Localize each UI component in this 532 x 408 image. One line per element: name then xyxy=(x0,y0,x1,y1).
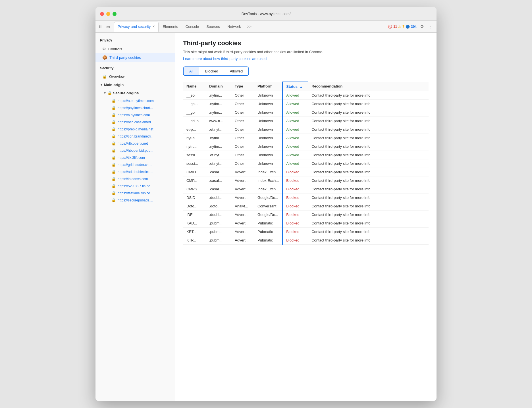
table-row[interactable]: KAD... .pubm... Advert... Pubmatic Block… xyxy=(183,219,429,227)
table-header-row: Name Domain Type Platform Status ▲ Recom… xyxy=(183,82,429,91)
filter-blocked-button[interactable]: Blocked xyxy=(199,67,224,75)
cell-type: Other xyxy=(231,134,254,142)
table-row[interactable]: CMID .casal... Advert... Index Exch... B… xyxy=(183,168,429,176)
tab-close-icon[interactable]: ✕ xyxy=(152,25,155,28)
learn-more-link[interactable]: Learn more about how third-party cookies… xyxy=(183,57,267,61)
sidebar-origin-item[interactable]: 🔒https://ib.adnxs.com xyxy=(95,175,175,182)
origin-link[interactable]: https://prebid.media.net xyxy=(118,127,153,131)
cell-status: Blocked xyxy=(282,227,308,236)
col-header-domain[interactable]: Domain xyxy=(206,82,231,91)
cell-recommendation: Contact third-party site for more info xyxy=(308,159,429,168)
table-row[interactable]: __eoi .nytim... Other Unknown Allowed Co… xyxy=(183,91,429,99)
cell-name: et-p... xyxy=(183,125,206,134)
origin-link[interactable]: https://hbopenbid.pub... xyxy=(118,149,153,153)
cell-recommendation: Contact third-party site for more info xyxy=(308,134,429,142)
secure-origins-header[interactable]: ▼ 🔒 Secure origins xyxy=(95,89,175,97)
sidebar-origin-item[interactable]: 🔒https://grid-bidder.crit... xyxy=(95,161,175,168)
devtools-icons: ⠿ ▭ xyxy=(98,23,111,30)
table-row[interactable]: IDE .doubl... Advert... Google/Do... Blo… xyxy=(183,210,429,219)
tab-console[interactable]: Console xyxy=(182,22,203,32)
sidebar-origin-item[interactable]: 🔒https://prebid.media.net xyxy=(95,126,175,133)
sidebar-origin-item[interactable]: 🔒https://htlb.casalemed... xyxy=(95,118,175,126)
table-row[interactable]: KTP... .pubm... Advert... Pubmatic Block… xyxy=(183,236,429,244)
origin-link[interactable]: https://securepubads.... xyxy=(118,198,153,202)
table-row[interactable]: KRT... .pubm... Advert... Pubmatic Block… xyxy=(183,227,429,236)
origin-link[interactable]: https://5290727.fls.do... xyxy=(118,184,153,188)
sidebar-origin-item[interactable]: 🔒https://5290727.fls.do... xyxy=(95,182,175,190)
table-row[interactable]: __gpi .nytim... Other Unknown Allowed Co… xyxy=(183,108,429,116)
cookies-table: Name Domain Type Platform Status ▲ Recom… xyxy=(183,82,429,245)
origin-link[interactable]: https://cdn.brandmetri... xyxy=(118,134,153,138)
filter-allowed-button[interactable]: Allowed xyxy=(224,67,249,75)
cell-domain: .nytim... xyxy=(206,134,231,142)
sidebar-item-third-party-cookies[interactable]: 🍪 Third-party cookies xyxy=(95,53,175,62)
origin-link[interactable]: https://a.et.nytimes.com xyxy=(118,99,154,103)
table-row[interactable]: CMP... .casal... Advert... Index Exch...… xyxy=(183,176,429,185)
sidebar-origin-item[interactable]: 🔒https://a.et.nytimes.com xyxy=(95,97,175,104)
tab-network[interactable]: Network xyxy=(224,22,244,32)
origin-link[interactable]: https://rtb.openx.net xyxy=(118,141,148,145)
cell-status: Allowed xyxy=(282,91,308,99)
table-row[interactable]: Doto... .doto... Analyt... Conversant Bl… xyxy=(183,202,429,210)
sidebar-origin-item[interactable]: 🔒https://cdn.brandmetri... xyxy=(95,133,175,140)
inspect-icon[interactable]: ⠿ xyxy=(98,23,103,30)
table-row[interactable]: et-p... .et.nyt... Other Unknown Allowed… xyxy=(183,125,429,134)
origin-link[interactable]: https://ad.doubleclick.... xyxy=(118,170,153,174)
cell-name: nyt-a xyxy=(183,134,206,142)
main-origin-header[interactable]: ▼ Main origin xyxy=(95,81,175,89)
sidebar-item-overview[interactable]: 🔒 Overview xyxy=(95,72,175,81)
col-header-name[interactable]: Name xyxy=(183,82,206,91)
origin-link[interactable]: https://htlb.casalemed... xyxy=(118,120,154,124)
col-header-recommendation[interactable]: Recommendation xyxy=(308,82,429,91)
origin-link[interactable]: https://ib.adnxs.com xyxy=(118,177,148,181)
table-row[interactable]: sessi... .et.nyt... Other Unknown Allowe… xyxy=(183,151,429,159)
sidebar-origin-item[interactable]: 🔒https://pnytimes.chart... xyxy=(95,104,175,111)
sidebar-item-controls[interactable]: ⚙ Controls xyxy=(95,45,175,53)
sidebar-origin-item[interactable]: 🔒https://a.nytimes.com xyxy=(95,111,175,118)
table-body: __eoi .nytim... Other Unknown Allowed Co… xyxy=(183,91,429,244)
cell-platform: Unknown xyxy=(254,142,282,151)
cell-type: Advert... xyxy=(231,193,254,202)
tab-sources[interactable]: Sources xyxy=(203,22,223,32)
sidebar-origin-item[interactable]: 🔒https://fastlane.rubico... xyxy=(95,190,175,197)
table-row[interactable]: CMPS .casal... Advert... Index Exch... B… xyxy=(183,185,429,193)
cookie-icon: 🍪 xyxy=(102,55,107,60)
cell-status: Blocked xyxy=(282,185,308,193)
maximize-button[interactable] xyxy=(113,12,117,16)
sidebar-origin-item[interactable]: 🔒https://securepubads.... xyxy=(95,197,175,204)
table-row[interactable]: __dd_s www.n... Other Unknown Allowed Co… xyxy=(183,116,429,125)
origin-link[interactable]: https://fastlane.rubico... xyxy=(118,191,153,195)
lock-icon-origin: 🔒 xyxy=(111,113,116,117)
minimize-button[interactable] xyxy=(106,12,110,16)
cell-type: Advert... xyxy=(231,227,254,236)
col-header-status[interactable]: Status ▲ xyxy=(282,82,308,91)
more-tabs-button[interactable]: >> xyxy=(245,23,254,30)
table-row[interactable]: __ga... .nytim... Other Unknown Allowed … xyxy=(183,99,429,108)
settings-icon[interactable]: ⚙ xyxy=(419,23,425,30)
sidebar-origin-item[interactable]: 🔒https://rtb.openx.net xyxy=(95,140,175,147)
col-header-platform[interactable]: Platform xyxy=(254,82,282,91)
error-icon: 🚫 xyxy=(388,25,392,29)
origin-link[interactable]: https://grid-bidder.crit... xyxy=(118,163,152,167)
table-row[interactable]: nyt-a .nytim... Other Unknown Allowed Co… xyxy=(183,134,429,142)
device-icon[interactable]: ▭ xyxy=(105,23,111,30)
cell-recommendation: Contact third-party site for more info xyxy=(308,219,429,227)
close-button[interactable] xyxy=(100,12,104,16)
privacy-section-label: Privacy xyxy=(95,37,175,45)
sidebar-origin-item[interactable]: 🔒https://tlx.3lift.com xyxy=(95,154,175,161)
tab-elements[interactable]: Elements xyxy=(159,22,181,32)
origin-link[interactable]: https://a.nytimes.com xyxy=(118,113,150,117)
col-header-type[interactable]: Type xyxy=(231,82,254,91)
origin-link[interactable]: https://pnytimes.chart... xyxy=(118,106,153,110)
tab-privacy-security[interactable]: Privacy and security ✕ xyxy=(114,22,159,32)
sidebar-origin-item[interactable]: 🔒https://ad.doubleclick.... xyxy=(95,168,175,175)
sidebar-origin-item[interactable]: 🔒https://hbopenbid.pub... xyxy=(95,147,175,154)
more-options-icon[interactable]: ⋮ xyxy=(427,23,434,30)
table-row[interactable]: DSID .doubl... Advert... Google/Do... Bl… xyxy=(183,193,429,202)
cell-recommendation: Contact third-party site for more info xyxy=(308,227,429,236)
table-row[interactable]: sessi... .et.nyt... Other Unknown Allowe… xyxy=(183,159,429,168)
table-row[interactable]: nyt-t... .nytim... Other Unknown Allowed… xyxy=(183,142,429,151)
filter-all-button[interactable]: All xyxy=(184,67,199,75)
origin-link[interactable]: https://tlx.3lift.com xyxy=(118,156,145,160)
cell-status: Allowed xyxy=(282,142,308,151)
